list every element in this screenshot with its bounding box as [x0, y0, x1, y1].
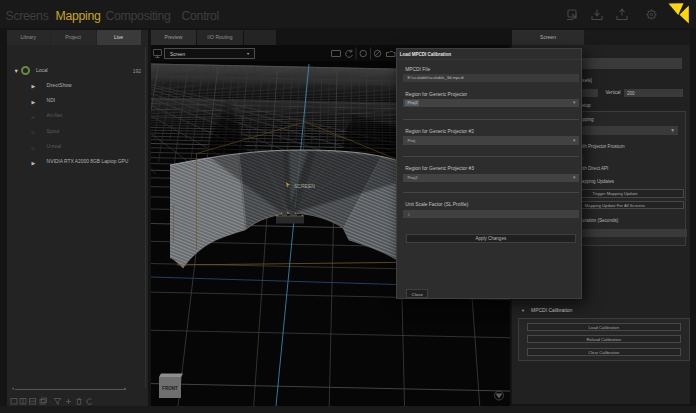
svg-text:FRONT: FRONT: [162, 386, 178, 391]
svg-text:SCREEN: SCREEN: [297, 192, 314, 197]
svg-text:SCREEN: SCREEN: [294, 183, 315, 189]
